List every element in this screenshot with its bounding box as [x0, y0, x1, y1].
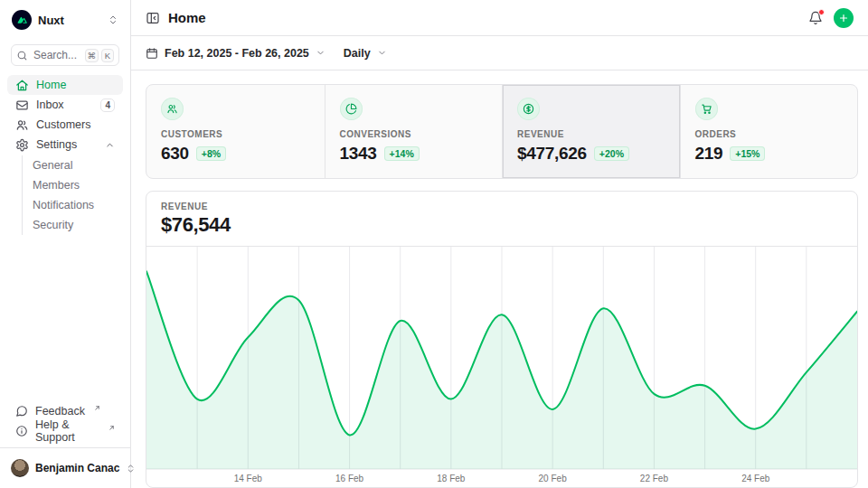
stat-delta-badge: +20% [594, 146, 629, 161]
top-header: Home [131, 0, 868, 36]
external-link-icon [94, 405, 100, 411]
user-avatar [11, 459, 29, 477]
revenue-panel: REVENUE $76,544 14 Feb16 Feb18 Feb20 Feb… [146, 191, 858, 488]
stat-delta-badge: +8% [196, 146, 226, 161]
chevron-up-icon [105, 140, 115, 150]
workspace-name: Nuxt [38, 14, 101, 27]
subitem-label: Notifications [33, 199, 94, 211]
nuxt-logo-icon [12, 10, 32, 30]
calendar-icon [146, 47, 158, 60]
sidebar-user-section: Benjamin Canac [0, 447, 130, 481]
chevron-down-icon [377, 48, 387, 58]
stat-label: ORDERS [695, 129, 844, 139]
stat-card-customers[interactable]: CUSTOMERS 630 +8% [146, 85, 325, 178]
date-range-picker[interactable]: Feb 12, 2025 - Feb 26, 2025 [146, 47, 326, 60]
revenue-panel-header: REVENUE $76,544 [146, 192, 857, 247]
topbar-actions [808, 8, 854, 28]
collapse-sidebar-button[interactable] [146, 11, 160, 25]
stats-row: CUSTOMERS 630 +8% CONVERSIONS 1343 +14% [146, 84, 858, 179]
sidebar-item-label: Customers [36, 118, 115, 131]
stat-label: REVENUE [517, 129, 665, 139]
svg-text:16 Feb: 16 Feb [335, 474, 364, 483]
chart-pie-icon [340, 98, 363, 120]
add-button[interactable] [834, 8, 854, 28]
stat-delta-badge: +14% [384, 146, 420, 161]
period-select[interactable]: Daily [344, 47, 387, 60]
period-label: Daily [344, 47, 371, 60]
stat-label: CUSTOMERS [161, 129, 310, 139]
subitem-label: Members [33, 179, 80, 192]
svg-text:14 Feb: 14 Feb [234, 474, 263, 483]
sidebar-subitem-notifications[interactable]: Notifications [33, 195, 123, 215]
inbox-count-badge: 4 [100, 99, 115, 112]
sidebar-item-help-support[interactable]: Help & Support [7, 421, 123, 441]
sidebar-spacer [0, 237, 130, 401]
inbox-icon [15, 99, 29, 112]
sidebar-item-label: Home [36, 79, 115, 91]
page-title: Home [168, 10, 206, 25]
info-circle-icon [15, 425, 28, 437]
users-icon [161, 98, 184, 120]
workspace-switcher[interactable]: Nuxt [7, 7, 123, 33]
stat-value: $477,626 [517, 144, 587, 164]
sidebar-subitem-members[interactable]: Members [33, 175, 123, 195]
sidebar-item-settings[interactable]: Settings [7, 135, 123, 155]
panel-left-close-icon [146, 11, 160, 25]
sidebar-item-home[interactable]: Home [7, 75, 123, 95]
chevrons-up-down-icon [108, 14, 118, 25]
notification-dot [818, 9, 825, 15]
revenue-chart[interactable]: 14 Feb16 Feb18 Feb20 Feb22 Feb24 Feb [146, 247, 857, 487]
user-menu[interactable]: Benjamin Canac [7, 455, 123, 481]
home-icon [15, 79, 29, 92]
date-range-label: Feb 12, 2025 - Feb 26, 2025 [165, 47, 309, 60]
svg-text:22 Feb: 22 Feb [640, 474, 669, 483]
stat-delta-badge: +15% [730, 146, 765, 161]
gear-icon [15, 138, 29, 152]
settings-subnav: General Members Notifications Security [22, 155, 123, 235]
sidebar-nav: Home Inbox 4 Customers Settings [0, 75, 130, 237]
stat-card-conversions[interactable]: CONVERSIONS 1343 +14% [325, 85, 503, 178]
stat-card-revenue[interactable]: REVENUE $477,626 +20% [502, 85, 680, 178]
subitem-label: Security [33, 219, 73, 231]
revenue-panel-label: REVENUE [161, 202, 843, 211]
main-area: Home Feb 12, 2 [131, 0, 868, 488]
search-input[interactable]: Search... ⌘ K [11, 44, 119, 66]
svg-text:20 Feb: 20 Feb [539, 474, 568, 483]
sidebar-item-label: Settings [36, 138, 98, 151]
stat-value: 1343 [340, 144, 377, 164]
app-window: Nuxt Search... ⌘ K Home [0, 0, 868, 488]
notifications-button[interactable] [808, 11, 823, 25]
stat-card-orders[interactable]: ORDERS 219 +15% [680, 85, 858, 178]
subitem-label: General [33, 159, 72, 172]
revenue-panel-value: $76,544 [161, 213, 843, 237]
sidebar-item-inbox[interactable]: Inbox 4 [7, 95, 123, 115]
sidebar-item-customers[interactable]: Customers [7, 115, 123, 135]
chevron-down-icon [316, 48, 326, 58]
sidebar-item-label: Feedback [35, 405, 85, 418]
sidebar-subitem-security[interactable]: Security [33, 215, 123, 235]
svg-text:18 Feb: 18 Feb [437, 474, 466, 483]
sidebar-subitem-general[interactable]: General [33, 155, 123, 175]
stat-label: CONVERSIONS [340, 129, 488, 139]
sidebar-item-label: Help & Support [35, 418, 99, 444]
sidebar-item-label: Inbox [36, 99, 93, 111]
search-shortcut: ⌘ K [85, 49, 115, 62]
filters-toolbar: Feb 12, 2025 - Feb 26, 2025 Daily [131, 36, 868, 70]
message-circle-icon [15, 405, 28, 418]
search-icon [16, 50, 28, 61]
dashboard-content: CUSTOMERS 630 +8% CONVERSIONS 1343 +14% [131, 70, 868, 488]
user-name: Benjamin Canac [35, 462, 119, 474]
users-icon [15, 118, 29, 132]
dollar-circle-icon [517, 98, 540, 120]
cart-icon [695, 98, 718, 120]
stat-value: 219 [695, 144, 723, 164]
kbd-cmd: ⌘ [85, 49, 99, 62]
plus-icon [838, 13, 849, 23]
external-link-icon [108, 425, 115, 431]
search-placeholder: Search... [33, 49, 80, 61]
stat-value: 630 [161, 144, 189, 164]
svg-text:24 Feb: 24 Feb [741, 474, 770, 483]
kbd-k: K [101, 49, 114, 62]
sidebar: Nuxt Search... ⌘ K Home [0, 0, 131, 488]
